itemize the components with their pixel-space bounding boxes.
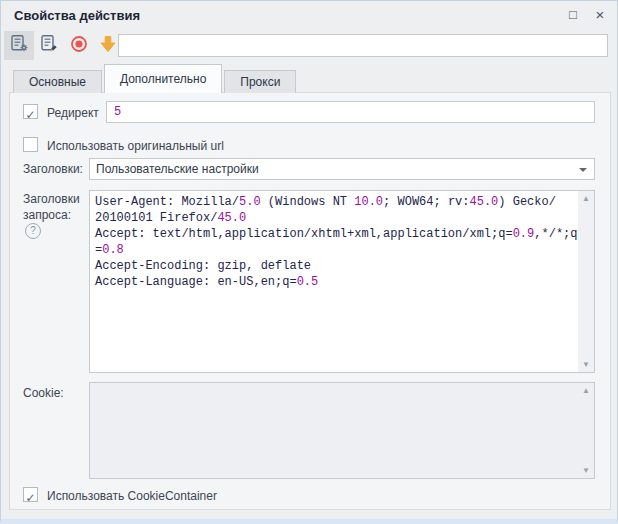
- tab-strip: Основные Дополнительно Прокси: [13, 64, 298, 93]
- tab-additional[interactable]: Дополнительно: [104, 64, 222, 93]
- redirect-count-value: 5: [114, 105, 121, 119]
- toolbar: [1, 29, 617, 63]
- maximize-icon: □: [569, 7, 577, 22]
- record-icon: [69, 34, 89, 58]
- use-original-url-checkbox[interactable]: [23, 137, 38, 152]
- chevron-down-icon: [579, 168, 587, 172]
- toolbar-input[interactable]: [118, 34, 608, 57]
- request-headers-label: Заголовки запроса:: [23, 191, 87, 223]
- redirect-count-field[interactable]: 5: [106, 101, 595, 123]
- window-title: Свойства действия: [14, 8, 140, 23]
- help-icon[interactable]: ?: [25, 223, 41, 239]
- headers-mode-selected-value: Пользовательские настройки: [96, 162, 259, 176]
- document-gear-icon: [10, 34, 29, 57]
- titlebar[interactable]: Свойства действия □ ×: [1, 1, 617, 29]
- headers-mode-label: Заголовки:: [23, 162, 83, 176]
- action-settings-button[interactable]: [4, 31, 34, 60]
- use-cookie-container-label: Использовать CookieContainer: [47, 489, 217, 503]
- redirect-label: Редирект: [47, 106, 99, 120]
- cookie-text: [90, 383, 578, 478]
- maximize-button[interactable]: □: [561, 4, 585, 26]
- cookie-scrollbar[interactable]: ▲ ▼: [578, 383, 594, 478]
- scroll-down-icon[interactable]: ▼: [578, 466, 594, 475]
- tab-content-panel: ✓ Редирект 5 Использовать оригинальный u…: [9, 92, 611, 510]
- checkmark-icon: ✓: [25, 491, 35, 505]
- cookie-label: Cookie:: [23, 386, 64, 400]
- cookie-textarea[interactable]: ▲ ▼: [89, 382, 595, 479]
- request-headers-scrollbar[interactable]: ▲ ▼: [578, 191, 594, 372]
- action-edit-button[interactable]: [34, 31, 64, 60]
- request-headers-text: User-Agent: Mozilla/5.0 (Windows NT 10.0…: [90, 191, 578, 372]
- redirect-checkbox[interactable]: ✓: [23, 104, 38, 119]
- action-properties-dialog: Свойства действия □ ×: [0, 0, 618, 524]
- scroll-up-icon[interactable]: ▲: [578, 386, 594, 395]
- record-button[interactable]: [64, 31, 94, 60]
- headers-mode-select[interactable]: Пользовательские настройки: [89, 158, 595, 180]
- close-icon: ×: [596, 6, 605, 23]
- tab-proxy[interactable]: Прокси: [224, 70, 296, 93]
- close-button[interactable]: ×: [588, 4, 612, 26]
- scroll-down-icon[interactable]: ▼: [578, 360, 594, 369]
- scroll-up-icon[interactable]: ▲: [578, 194, 594, 203]
- down-arrow-icon: [98, 34, 118, 58]
- use-original-url-label: Использовать оригинальный url: [47, 139, 224, 153]
- document-pencil-icon: [40, 34, 59, 57]
- tab-basic[interactable]: Основные: [13, 70, 102, 93]
- use-cookie-container-checkbox[interactable]: ✓: [23, 487, 38, 502]
- checkmark-icon: ✓: [25, 108, 35, 122]
- request-headers-textarea[interactable]: User-Agent: Mozilla/5.0 (Windows NT 10.0…: [89, 190, 595, 373]
